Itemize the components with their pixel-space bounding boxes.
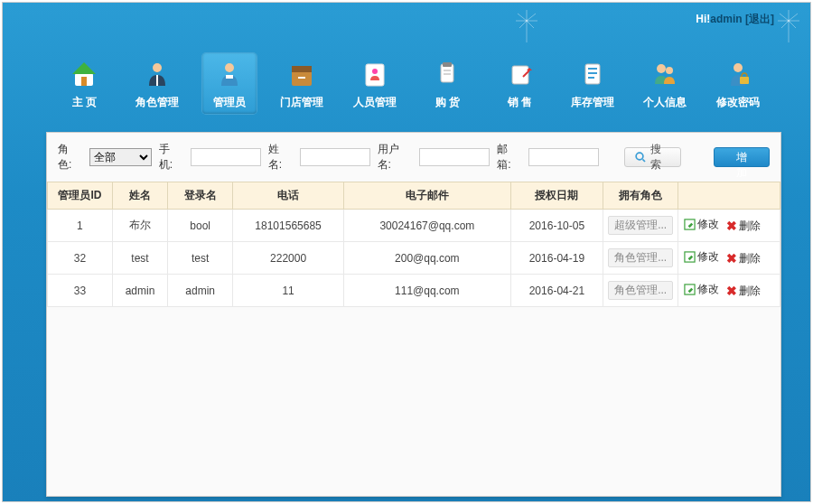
edit-button[interactable]: 修改	[684, 217, 719, 232]
svg-marker-19	[72, 62, 96, 74]
search-icon	[634, 151, 647, 163]
delete-button[interactable]: ✖删除	[726, 219, 761, 234]
svg-line-7	[519, 21, 527, 28]
role-select[interactable]: 全部	[89, 148, 152, 166]
nav-item-profile[interactable]: 个人信息	[638, 53, 692, 114]
svg-line-2	[518, 14, 527, 21]
role-tag: 超级管理...	[608, 216, 673, 235]
role-tag: 角色管理...	[608, 281, 673, 300]
role-icon	[142, 59, 173, 89]
sales-icon	[505, 59, 536, 89]
svg-point-44	[636, 153, 643, 160]
password-icon	[723, 59, 753, 89]
email-input[interactable]	[528, 148, 599, 166]
greeting-text: Hi!	[696, 13, 710, 25]
main-nav: 主 页角色管理管理员门店管理人员管理购 货销 售库存管理个人信息修改密码	[3, 35, 810, 132]
svg-rect-37	[588, 68, 597, 70]
table-cell: 2016-04-21	[510, 275, 603, 307]
svg-line-16	[781, 21, 789, 28]
svg-rect-28	[366, 64, 384, 86]
decorative-dandelion	[771, 8, 807, 44]
name-input[interactable]	[300, 148, 370, 166]
svg-line-3	[527, 14, 536, 21]
nav-label: 库存管理	[571, 95, 614, 110]
col-header: 电话	[233, 182, 344, 210]
add-button[interactable]: 增加	[714, 147, 770, 167]
username-label: 用户名:	[378, 142, 413, 173]
col-header: 登录名	[168, 182, 233, 210]
role-cell: 角色管理...	[603, 242, 678, 275]
table-cell: 18101565685	[233, 210, 344, 242]
svg-rect-38	[588, 72, 597, 74]
svg-line-8	[527, 21, 534, 28]
table-cell: admin	[168, 275, 233, 307]
nav-label: 管理员	[213, 95, 246, 110]
col-header: 拥有角色	[603, 182, 678, 210]
nav-item-password[interactable]: 修改密码	[711, 53, 765, 114]
content-panel: 角色: 全部 手机: 姓名: 用户名: 邮箱: 搜索 增加 管理员ID姓名	[46, 132, 781, 497]
table-cell: 2016-04-19	[510, 242, 603, 275]
nav-item-stock[interactable]: 库存管理	[565, 53, 620, 114]
table-cell: 2016-10-05	[510, 210, 603, 242]
phone-label: 手机:	[159, 142, 183, 173]
nav-item-admin[interactable]: 管理员	[202, 53, 257, 114]
nav-item-role[interactable]: 角色管理	[129, 53, 183, 114]
svg-line-12	[789, 14, 798, 21]
delete-button[interactable]: ✖删除	[726, 284, 761, 299]
svg-point-23	[225, 63, 234, 72]
table-cell: test	[112, 242, 168, 275]
admin-table: 管理员ID姓名登录名电话电子邮件授权日期拥有角色 1布尔bool18101565…	[47, 182, 780, 307]
username-text: admin	[710, 13, 742, 25]
phone-input[interactable]	[191, 148, 261, 166]
nav-item-purchase[interactable]: 购 货	[420, 53, 474, 114]
table-cell: admin	[112, 275, 168, 307]
nav-label: 主 页	[72, 95, 97, 110]
home-icon	[69, 59, 99, 89]
search-button[interactable]: 搜索	[624, 147, 681, 167]
svg-point-21	[153, 63, 162, 72]
nav-label: 销 售	[508, 95, 532, 110]
table-cell: 11	[233, 275, 344, 307]
edit-label: 修改	[697, 282, 719, 297]
col-header: 姓名	[112, 182, 168, 210]
store-icon	[286, 59, 317, 89]
nav-item-sales[interactable]: 销 售	[492, 53, 547, 114]
nav-label: 门店管理	[280, 95, 323, 110]
svg-rect-24	[226, 75, 233, 79]
col-header: 授权日期	[510, 182, 603, 210]
edit-icon	[684, 219, 696, 230]
table-row: 32testtest222000200@qq.com2016-04-19角色管理…	[48, 242, 780, 275]
svg-rect-27	[298, 77, 305, 79]
svg-rect-20	[81, 77, 87, 86]
name-label: 姓名:	[268, 142, 293, 173]
role-tag: 角色管理...	[608, 248, 673, 267]
svg-rect-22	[156, 75, 158, 86]
role-cell: 角色管理...	[603, 275, 678, 307]
email-label: 邮箱:	[497, 142, 521, 173]
nav-item-store[interactable]: 门店管理	[275, 53, 329, 114]
svg-line-45	[643, 159, 646, 162]
username-input[interactable]	[419, 148, 490, 166]
table-cell: bool	[168, 210, 233, 242]
edit-icon	[684, 251, 696, 263]
col-header: 管理员ID	[48, 182, 113, 210]
edit-button[interactable]: 修改	[684, 282, 719, 297]
table-cell: 32	[48, 242, 113, 275]
svg-point-29	[372, 69, 378, 74]
nav-label: 购 货	[435, 95, 460, 110]
svg-point-42	[734, 63, 743, 72]
nav-item-home[interactable]: 主 页	[57, 53, 111, 114]
nav-item-staff[interactable]: 人员管理	[348, 53, 402, 114]
table-cell: 111@qq.com	[344, 275, 511, 307]
admin-icon	[214, 59, 245, 89]
actions-cell: 修改✖删除	[678, 242, 780, 275]
table-cell: 33	[48, 275, 113, 307]
actions-cell: 修改✖删除	[678, 210, 780, 242]
role-cell: 超级管理...	[603, 210, 678, 242]
delete-button[interactable]: ✖删除	[726, 251, 761, 266]
filter-bar: 角色: 全部 手机: 姓名: 用户名: 邮箱: 搜索 增加	[47, 133, 780, 182]
edit-button[interactable]: 修改	[684, 249, 719, 265]
delete-label: 删除	[739, 284, 761, 299]
search-label: 搜索	[650, 142, 672, 173]
actions-cell: 修改✖删除	[678, 275, 780, 307]
